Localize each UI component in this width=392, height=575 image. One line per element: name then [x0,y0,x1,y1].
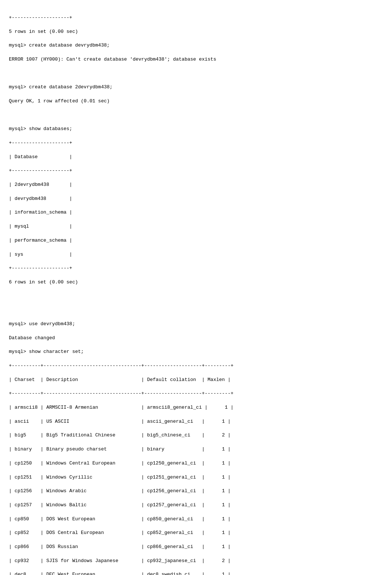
terminal-line-1: +--------------------+ [9,15,72,20]
terminal-line-37: | cp850 | DOS West European | cp850_gene… [9,516,231,522]
terminal-line-4: ERROR 1007 (HY000): Can't create databas… [9,57,216,62]
terminal-line-25: mysql> show character set; [9,349,84,354]
terminal-line-23: mysql> use devrydbm438; [9,321,75,327]
terminal-line-18: | sys | [9,252,72,257]
terminal-line-41: | dec8 | DEC West European | dec8_swedis… [9,572,231,575]
terminal-line-16: | mysql | [9,224,72,229]
terminal-line-19: +--------------------+ [9,265,72,271]
terminal-line-35: | cp1256 | Windows Arabic | cp1256_gener… [9,488,231,494]
terminal-line-10: +--------------------+ [9,140,72,146]
terminal-line-13: | 2devrydbm438 | [9,182,72,187]
terminal-line-24: Database changed [9,335,55,341]
terminal-line-40: | cp932 | SJIS for Windows Japanese | cp… [9,558,231,564]
terminal-line-32: | binary | Binary pseudo charset | binar… [9,446,231,452]
terminal-line-30: | ascii | US ASCII | ascii_general_ci | … [9,419,231,424]
terminal-line-11: | Database | [9,154,72,160]
terminal-line-12: +--------------------+ [9,168,72,173]
terminal-line-2: 5 rows in set (0.00 sec) [9,29,78,34]
terminal-output: +--------------------+ 5 rows in set (0.… [9,7,383,575]
terminal-line-17: | performance_schema | [9,238,72,243]
terminal-line-14: | devrydbm438 | [9,196,72,201]
terminal-line-31: | big5 | Big5 Traditional Chinese | big5… [9,432,231,438]
terminal-line-7: Query OK, 1 row affected (0.01 sec) [9,98,110,104]
terminal-line-9: mysql> show databases; [9,126,72,132]
terminal-line-27: | Charset | Description | Default collat… [9,377,231,382]
terminal-line-20: 6 rows in set (0.00 sec) [9,279,78,285]
terminal-line-26: +----------+----------------------------… [9,363,234,368]
terminal-line-39: | cp866 | DOS Russian | cp866_general_ci… [9,544,231,550]
terminal-line-33: | cp1250 | Windows Central European | cp… [9,460,231,466]
terminal-line-29: | armscii8 | ARMSCII-8 Armenian | armsci… [9,405,234,410]
terminal-line-3: mysql> create database devrydbm438; [9,42,110,48]
terminal-line-38: | cp852 | DOS Central European | cp852_g… [9,530,231,535]
terminal-line-28: +----------+----------------------------… [9,391,234,396]
terminal-line-15: | information_schema | [9,210,72,215]
terminal-line-34: | cp1251 | Windows Cyrillic | cp1251_gen… [9,474,231,480]
terminal-line-6: mysql> create database 2devrydbm438; [9,84,113,90]
terminal-line-36: | cp1257 | Windows Baltic | cp1257_gener… [9,502,231,508]
